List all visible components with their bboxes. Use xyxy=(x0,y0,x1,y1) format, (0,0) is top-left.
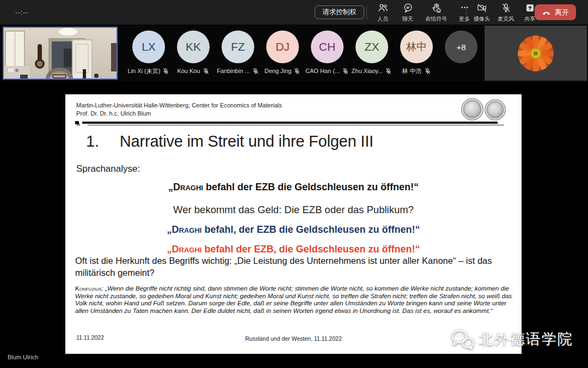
sharer-name-label: Blum Ulrich xyxy=(8,354,38,360)
slide-header: Martin-Luther-Universität Halle-Wittenbe… xyxy=(76,101,282,117)
meeting-toolbar: --:-- 请求控制权 人员 聊天 表情符号 更多 摄像头 麦克风 xyxy=(0,0,588,25)
participants-button[interactable]: 人员 xyxy=(373,2,392,23)
participant-tile[interactable]: DJ Deng Jing xyxy=(260,31,305,82)
avatar: CH xyxy=(311,31,344,63)
quote-black: „Draghi befahl der EZB die Geldschleusen… xyxy=(65,182,522,193)
mic-muted-icon xyxy=(385,68,392,75)
chat-button[interactable]: 聊天 xyxy=(399,2,417,23)
more-icon xyxy=(459,2,470,15)
emoji-label: 表情符号 xyxy=(425,15,447,23)
participants-icon xyxy=(377,2,389,15)
quote-red: „Draghi befahl der EZB, die Geldschleuse… xyxy=(65,244,522,255)
shared-screen-area: Martin-Luther-Universität Halle-Wittenbe… xyxy=(0,82,588,368)
mic-muted-icon xyxy=(424,68,431,75)
emoji-button[interactable]: 表情符号 xyxy=(424,2,449,23)
participant-tile[interactable]: ZX Zhu Xiaoy... xyxy=(350,31,394,82)
camera-button[interactable]: 摄像头 xyxy=(473,2,491,23)
phone-hangup-icon xyxy=(542,8,551,17)
leave-meeting-button[interactable]: 离开 xyxy=(535,4,576,20)
wechat-icon xyxy=(450,328,475,350)
more-button[interactable]: 更多 xyxy=(455,2,474,23)
participant-name: Kou Kou xyxy=(177,68,200,74)
participant-tile[interactable]: FZ Fanbinbin ... xyxy=(216,31,260,82)
avatar: ZX xyxy=(356,31,388,63)
participant-name: Zhu Xiaoy... xyxy=(352,68,383,74)
overflow-count-badge: +8 xyxy=(445,31,477,63)
participants-label: 人员 xyxy=(377,15,388,23)
slide-header-line1: Martin-Luther-Universität Halle-Wittenbe… xyxy=(76,101,282,110)
participant-name: CAO Han (... xyxy=(305,68,340,74)
avatar: KK xyxy=(177,31,210,63)
webcam-room-scene xyxy=(4,28,117,79)
participant-overflow-tile[interactable]: +8 xyxy=(439,31,483,82)
meeting-timer: --:-- xyxy=(15,9,28,16)
question-line: Wer bekommt das Geld: Die EZB oder das P… xyxy=(65,204,522,216)
slide-title-text: Narrative im Streit und ihre Folgen III xyxy=(120,132,373,150)
avatar: DJ xyxy=(266,31,299,63)
request-control-button[interactable]: 请求控制权 xyxy=(315,5,364,19)
avatar: 林中 xyxy=(400,31,433,63)
mic-muted-icon xyxy=(252,68,259,75)
konfuzius-name: Konfuzius xyxy=(75,285,102,292)
chat-icon xyxy=(402,2,414,15)
participant-name: Fanbinbin ... xyxy=(217,68,250,74)
active-speaker-video-tile[interactable] xyxy=(3,27,118,80)
video-strip: LX Lin Xi (来宾) KK Kou Kou FZ Fanbinbin .… xyxy=(0,25,588,82)
emoji-icon xyxy=(431,2,442,15)
leave-label: 离开 xyxy=(555,8,569,17)
slide-title-number: 1. xyxy=(86,132,99,150)
share-icon xyxy=(524,2,536,15)
mic-off-icon xyxy=(500,2,512,15)
avatar: LX xyxy=(132,31,165,63)
watermark: 北外德语学院 xyxy=(450,328,573,350)
participant-name: Lin Xi (来宾) xyxy=(128,67,161,75)
university-seal-coin xyxy=(461,98,483,120)
mic-muted-icon xyxy=(342,68,349,75)
slide-header-line2: Prof. Dr. Dr. h.c. Ulrich Blum xyxy=(76,110,282,118)
microphone-button[interactable]: 麦克风 xyxy=(497,2,515,23)
flower-avatar xyxy=(518,35,554,71)
quote-blue: „Draghi befahl, der EZB die Geldschleuse… xyxy=(65,224,522,236)
slide-title: 1. Narrative im Streit und ihre Folgen I… xyxy=(86,132,373,150)
participant-tile[interactable]: LX Lin Xi (来宾) xyxy=(126,31,171,82)
watermark-text: 北外德语学院 xyxy=(479,329,573,349)
more-label: 更多 xyxy=(459,15,470,23)
chat-label: 聊天 xyxy=(402,15,413,23)
microphone-label: 麦克风 xyxy=(498,15,514,23)
mic-muted-icon xyxy=(203,68,210,75)
konfuzius-quote: Konfuzius: „Wenn die Begriffe nicht rich… xyxy=(75,285,515,315)
mic-muted-icon xyxy=(162,68,169,75)
presentation-slide: Martin-Luther-Universität Halle-Wittenbe… xyxy=(65,94,522,354)
participant-name: Deng Jing xyxy=(265,68,292,74)
toolbar-divider xyxy=(466,5,467,19)
slide-subtitle: Sprachanalyse: xyxy=(76,164,140,174)
camera-off-icon xyxy=(476,2,488,15)
share-label: 共享 xyxy=(524,15,535,23)
participant-name: 林 中浩 xyxy=(402,67,421,75)
slide-paragraph: Oft ist die Herkunft des Begriffs wichti… xyxy=(75,255,515,279)
slide-divider-rule xyxy=(75,121,512,126)
participant-tile[interactable]: CH CAO Han (... xyxy=(305,31,350,82)
no-video-participant-tile[interactable] xyxy=(485,26,587,81)
participants-row: LX Lin Xi (来宾) KK Kou Kou FZ Fanbinbin .… xyxy=(126,25,483,82)
camera-label: 摄像头 xyxy=(474,15,490,23)
toolbar-divider xyxy=(366,5,367,19)
mic-muted-icon xyxy=(293,68,301,75)
participant-tile[interactable]: 林中 林 中浩 xyxy=(394,31,439,82)
participant-tile[interactable]: KK Kou Kou xyxy=(171,31,216,82)
university-seal-coin xyxy=(485,99,506,120)
avatar: FZ xyxy=(222,31,254,63)
